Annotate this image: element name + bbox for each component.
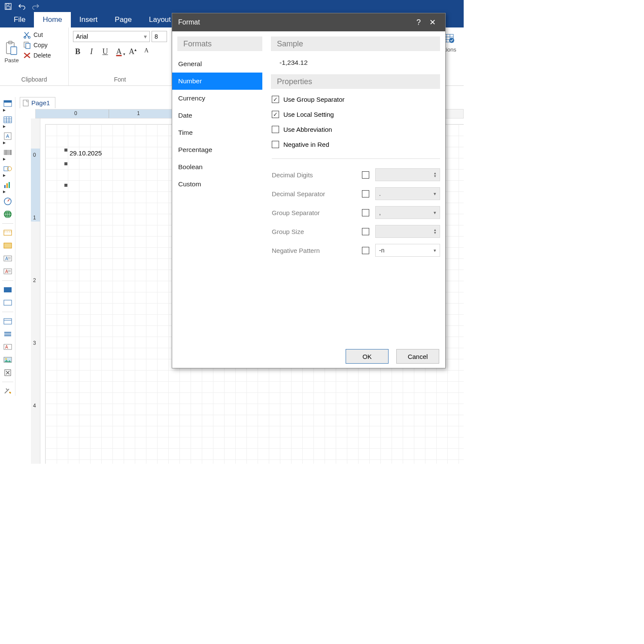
checkbox-icon[interactable] bbox=[272, 141, 279, 148]
tool-map[interactable] bbox=[3, 210, 12, 219]
check-local-setting[interactable]: Use Local Setting bbox=[272, 111, 440, 118]
cancel-button[interactable]: Cancel bbox=[396, 349, 439, 364]
prop-group-separator: Group Separator ,▾ bbox=[272, 206, 440, 219]
tool-shape[interactable] bbox=[3, 164, 12, 173]
format-list: General Number Currency Date Time Percen… bbox=[172, 55, 262, 193]
ruler-v-2: 2 bbox=[33, 277, 36, 283]
tab-insert[interactable]: Insert bbox=[71, 12, 106, 27]
prop-label: Group Size bbox=[272, 228, 362, 235]
tool-panel-2[interactable] bbox=[3, 241, 12, 250]
format-number[interactable]: Number bbox=[172, 73, 262, 90]
tool-text[interactable]: A bbox=[3, 131, 12, 141]
help-icon[interactable]: ? bbox=[412, 18, 425, 27]
format-percentage[interactable]: Percentage bbox=[172, 141, 262, 158]
svg-text:A: A bbox=[5, 269, 8, 274]
cut-button[interactable]: Cut bbox=[23, 31, 51, 39]
tool-image[interactable] bbox=[3, 355, 12, 365]
chevron-down-icon[interactable]: ▾ bbox=[434, 191, 436, 197]
page-tab[interactable]: Page1 bbox=[20, 97, 55, 108]
font-size-value: 8 bbox=[155, 33, 158, 40]
prop-decimal-digits: Decimal Digits ▴▾ bbox=[272, 168, 440, 181]
page-tab-label: Page1 bbox=[31, 99, 50, 106]
format-date[interactable]: Date bbox=[172, 107, 262, 124]
font-group: Arial▾ 8 B I U A▾ A▴ A Font bbox=[69, 27, 172, 85]
undo-icon[interactable] bbox=[17, 2, 27, 11]
prop-enable-checkbox[interactable] bbox=[362, 209, 369, 216]
checkbox-icon[interactable] bbox=[272, 126, 279, 133]
format-custom[interactable]: Custom bbox=[172, 176, 262, 193]
prop-group-size: Group Size ▴▾ bbox=[272, 225, 440, 238]
paste-button[interactable]: Paste bbox=[0, 27, 23, 74]
font-family-value: Arial bbox=[76, 33, 88, 40]
tool-text-styled[interactable]: A bbox=[3, 342, 12, 352]
font-size-combo[interactable]: 8 bbox=[152, 31, 167, 42]
prop-enable-checkbox[interactable] bbox=[362, 190, 369, 197]
tool-table[interactable] bbox=[3, 115, 12, 125]
prop-enable-checkbox[interactable] bbox=[362, 247, 369, 254]
check-label: Negative in Red bbox=[283, 141, 329, 148]
check-abbreviation[interactable]: Use Abbreviation bbox=[272, 126, 440, 133]
format-general[interactable]: General bbox=[172, 55, 262, 73]
field-value: . bbox=[379, 190, 381, 197]
prop-negative-pattern: Negative Pattern -n▾ bbox=[272, 244, 440, 257]
tool-richtext-a[interactable]: A bbox=[3, 254, 12, 263]
delete-button[interactable]: Delete bbox=[23, 52, 51, 59]
format-time[interactable]: Time bbox=[172, 124, 262, 141]
tool-panel-1[interactable] bbox=[3, 228, 12, 237]
svg-rect-19 bbox=[4, 185, 6, 188]
prop-enable-checkbox[interactable] bbox=[362, 228, 369, 235]
format-boolean[interactable]: Boolean bbox=[172, 158, 262, 176]
shrink-font-button[interactable]: A bbox=[142, 47, 151, 56]
save-icon[interactable] bbox=[3, 2, 13, 11]
chevron-down-icon[interactable]: ▾ bbox=[434, 248, 436, 253]
ok-button[interactable]: OK bbox=[346, 349, 389, 364]
neg-pattern-field[interactable]: -n▾ bbox=[375, 244, 440, 257]
checkbox-icon[interactable] bbox=[272, 96, 279, 103]
svg-rect-21 bbox=[9, 182, 10, 188]
paste-label: Paste bbox=[4, 57, 18, 64]
page-icon bbox=[23, 100, 29, 106]
spinner-icon[interactable]: ▴▾ bbox=[434, 172, 436, 178]
check-negative-red[interactable]: Negative in Red bbox=[272, 141, 440, 148]
font-color-button[interactable]: A▾ bbox=[114, 47, 124, 56]
group-size-field[interactable]: ▴▾ bbox=[375, 225, 440, 238]
tool-rect-filled[interactable] bbox=[3, 285, 12, 295]
tool-remove[interactable] bbox=[3, 368, 12, 377]
italic-button[interactable]: I bbox=[87, 47, 96, 56]
close-icon[interactable]: ✕ bbox=[425, 18, 439, 27]
copy-button[interactable]: Copy bbox=[23, 41, 51, 49]
format-currency[interactable]: Currency bbox=[172, 90, 262, 107]
tool-insert-band[interactable] bbox=[3, 99, 12, 108]
tool-list[interactable] bbox=[3, 329, 12, 339]
tool-chart[interactable] bbox=[3, 180, 12, 190]
chevron-down-icon[interactable]: ▾ bbox=[434, 210, 436, 216]
grow-font-button[interactable]: A▴ bbox=[128, 47, 137, 56]
font-family-combo[interactable]: Arial▾ bbox=[73, 31, 150, 42]
spinner-icon[interactable]: ▴▾ bbox=[434, 228, 436, 234]
decimal-digits-field[interactable]: ▴▾ bbox=[375, 168, 440, 181]
tool-rect-outline[interactable] bbox=[3, 298, 12, 307]
redo-icon[interactable] bbox=[31, 2, 40, 11]
tab-page[interactable]: Page bbox=[106, 12, 140, 27]
tool-gauge[interactable] bbox=[3, 197, 12, 206]
underline-button[interactable]: U bbox=[100, 47, 110, 56]
checkbox-icon[interactable] bbox=[272, 111, 279, 118]
tool-barcode[interactable] bbox=[3, 148, 12, 157]
ruler-v-1: 1 bbox=[33, 215, 36, 221]
tool-calendar[interactable] bbox=[3, 316, 12, 326]
chevron-down-icon: ▾ bbox=[144, 33, 147, 40]
tab-home[interactable]: Home bbox=[34, 12, 70, 27]
prop-enable-checkbox[interactable] bbox=[362, 171, 369, 179]
tool-settings[interactable] bbox=[3, 386, 12, 396]
decimal-sep-field[interactable]: .▾ bbox=[375, 187, 440, 200]
field-value: -n bbox=[379, 247, 384, 254]
formats-header: Formats bbox=[177, 36, 262, 51]
tab-file[interactable]: File bbox=[5, 12, 34, 27]
date-text-element[interactable]: 29.10.2025 bbox=[70, 149, 102, 157]
group-sep-field[interactable]: ,▾ bbox=[375, 206, 440, 219]
ruler-v-3: 3 bbox=[33, 340, 36, 346]
tool-richtext-b[interactable]: A bbox=[3, 267, 12, 276]
bold-button[interactable]: B bbox=[73, 47, 82, 56]
ruler-v-0: 0 bbox=[33, 152, 36, 158]
check-group-separator[interactable]: Use Group Separator bbox=[272, 96, 440, 103]
